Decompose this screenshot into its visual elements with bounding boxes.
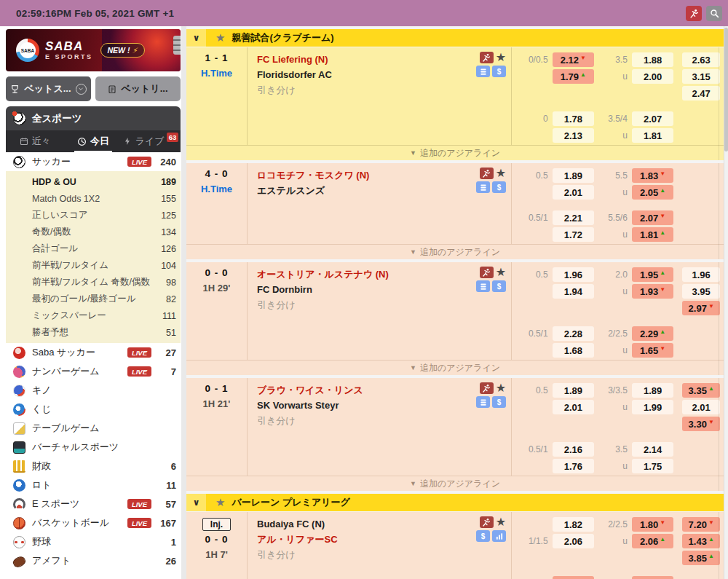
- odds-cell[interactable]: 7.20▼: [682, 517, 720, 532]
- odds-cell[interactable]: 1.89: [553, 168, 595, 183]
- odds-cell[interactable]: 3.95: [682, 284, 720, 299]
- odds-cell[interactable]: 2.29▲: [632, 326, 674, 341]
- sidebar-subitem[interactable]: 最初のゴール/最終ゴール82: [6, 291, 181, 307]
- team-name[interactable]: ブラウ・ワイス・リンス: [257, 382, 511, 398]
- live-video-icon[interactable]: [480, 267, 494, 278]
- tab-live[interactable]: ライブ 63: [122, 130, 181, 152]
- draw-option[interactable]: 引き分け: [257, 297, 511, 312]
- more-asian-lines-link[interactable]: ▼追加のアジアライン: [186, 360, 724, 375]
- team-name[interactable]: FC Liefering (N): [257, 52, 511, 67]
- star-icon[interactable]: ★: [215, 496, 225, 509]
- odds-cell[interactable]: 2.21: [553, 210, 595, 225]
- odds-cell[interactable]: 2.06▲: [632, 534, 674, 548]
- more-asian-lines-link[interactable]: ▼追加のアジアライン: [186, 145, 724, 160]
- team-name[interactable]: Budaiya FC (N): [257, 516, 511, 532]
- odds-cell[interactable]: 1.96: [553, 267, 595, 282]
- odds-cell[interactable]: 2.01: [553, 185, 595, 200]
- odds-cell[interactable]: 3.35▲: [682, 383, 720, 398]
- bet-slip-button[interactable]: ベットス...: [6, 76, 91, 101]
- odds-cell[interactable]: 3.85▲: [682, 551, 720, 565]
- chevron-down-icon[interactable]: ∨: [186, 494, 206, 511]
- odds-cell[interactable]: 2.13: [553, 128, 595, 143]
- layers-icon[interactable]: [476, 280, 490, 292]
- tab-upcoming[interactable]: 近々: [6, 130, 64, 152]
- sidebar-subitem[interactable]: 前半戦/フルタイム104: [6, 257, 181, 274]
- odds-cell[interactable]: 2.12▼: [553, 52, 595, 67]
- star-icon[interactable]: ★: [496, 168, 506, 179]
- odds-cell[interactable]: 2.63: [682, 52, 720, 67]
- league-header[interactable]: ∨★親善試合(クラブチーム): [186, 29, 724, 47]
- odds-cell[interactable]: 2.07▼: [632, 210, 674, 225]
- bet-list-button[interactable]: ベットリ...: [95, 76, 181, 101]
- dollar-icon[interactable]: $: [492, 280, 506, 292]
- more-asian-lines-link[interactable]: ▼追加のアジアライン: [186, 476, 724, 491]
- sidebar-item-virtual[interactable]: バーチャルスポーツ: [6, 438, 181, 457]
- odds-cell[interactable]: 1.93▼: [632, 284, 674, 299]
- tab-today[interactable]: 今日: [64, 130, 122, 152]
- odds-cell[interactable]: 3.30▼: [682, 417, 720, 431]
- odds-cell[interactable]: 1.75: [632, 459, 674, 473]
- saba-esports-banner[interactable]: SABA SABA E SPORTS NEW ! ⚡: [6, 29, 181, 71]
- odds-cell[interactable]: 1.43▲: [682, 534, 720, 548]
- sidebar-subitem[interactable]: 勝者予想51: [6, 324, 181, 341]
- sidebar-item-finance[interactable]: 財政6: [6, 457, 181, 476]
- team-name[interactable]: エステルスンズ: [257, 183, 511, 198]
- draw-option[interactable]: 引き分け: [257, 82, 511, 98]
- odds-cell[interactable]: 2.16: [553, 442, 595, 457]
- odds-cell[interactable]: 2.97▼: [682, 301, 720, 315]
- odds-cell[interactable]: 2.07: [632, 111, 674, 126]
- league-header[interactable]: ∨★バーレーン プレミアリーグ: [186, 494, 724, 511]
- live-video-icon[interactable]: [480, 382, 494, 394]
- sidebar-item-lottery[interactable]: くじ: [6, 400, 181, 419]
- dollar-icon[interactable]: $: [476, 530, 490, 542]
- layers-icon[interactable]: [476, 396, 490, 408]
- team-name[interactable]: オーストリア・ルステナウ (N): [257, 267, 511, 282]
- odds-cell[interactable]: 1.96: [682, 267, 720, 282]
- star-icon[interactable]: ★: [215, 31, 225, 44]
- live-video-icon[interactable]: [480, 52, 494, 63]
- odds-cell[interactable]: 1.89: [632, 383, 674, 398]
- sidebar-item-basketball[interactable]: バスケットボールLIVE167: [6, 513, 181, 532]
- odds-cell[interactable]: 2.06: [553, 534, 595, 548]
- draw-option[interactable]: 引き分け: [257, 547, 511, 562]
- sidebar-item-soccer[interactable]: サッカーLIVE240: [6, 152, 181, 171]
- odds-cell[interactable]: 1.81: [632, 128, 674, 143]
- main-scrollbar[interactable]: [724, 26, 728, 579]
- team-name[interactable]: アル・リファーSC: [257, 532, 511, 547]
- odds-cell[interactable]: 1.76: [553, 459, 595, 473]
- draw-option[interactable]: 引き分け: [257, 413, 511, 428]
- sidebar-subitem[interactable]: HDP & OU189: [6, 173, 181, 190]
- sidebar-subitem[interactable]: Match Odds 1X2155: [6, 190, 181, 207]
- sidebar-item-amefuto[interactable]: アメフト26: [6, 551, 181, 570]
- search-icon[interactable]: [706, 6, 722, 21]
- chevron-down-icon[interactable]: ∨: [186, 29, 206, 47]
- odds-cell[interactable]: 1.89: [553, 383, 595, 398]
- star-icon[interactable]: ★: [496, 52, 506, 63]
- odds-cell[interactable]: 1.65▼: [632, 343, 674, 358]
- team-name[interactable]: SK Vorwarts Steyr: [257, 398, 511, 413]
- sidebar-subitem[interactable]: 前半戦/フルタイム 奇数/偶数98: [6, 274, 181, 291]
- sidebar-subitem[interactable]: ミックスパーレー111: [6, 307, 181, 324]
- sidebar-item-esports[interactable]: E スポーツLIVE57: [6, 495, 181, 513]
- sidebar-subitem[interactable]: 正しいスコア125: [6, 207, 181, 224]
- odds-cell[interactable]: 2.28: [553, 326, 595, 341]
- sidebar-item-baseball[interactable]: 野球1: [6, 532, 181, 551]
- odds-cell[interactable]: 2.09▼: [553, 576, 595, 579]
- odds-cell[interactable]: 2.14: [632, 442, 674, 457]
- banner-handle-icon[interactable]: [173, 36, 181, 55]
- odds-cell[interactable]: 1.79▲: [553, 69, 595, 84]
- live-video-icon[interactable]: [480, 516, 494, 528]
- odds-cell[interactable]: 3.15: [682, 69, 720, 84]
- layers-icon[interactable]: [476, 66, 490, 77]
- odds-cell[interactable]: 1.80▼: [632, 517, 674, 532]
- star-icon[interactable]: ★: [496, 516, 506, 528]
- live-video-icon[interactable]: [686, 6, 702, 21]
- dollar-icon[interactable]: $: [492, 181, 506, 193]
- scrollbar-thumb[interactable]: [724, 28, 728, 151]
- more-asian-lines-link[interactable]: ▼追加のアジアライン: [186, 244, 724, 259]
- team-name[interactable]: Floridsdorfer AC: [257, 67, 511, 82]
- sidebar-item-table-game[interactable]: テーブルゲーム: [6, 419, 181, 438]
- layers-icon[interactable]: [476, 181, 490, 193]
- all-sports-header[interactable]: 全スポーツ: [6, 106, 181, 130]
- odds-cell[interactable]: 1.72: [553, 227, 595, 242]
